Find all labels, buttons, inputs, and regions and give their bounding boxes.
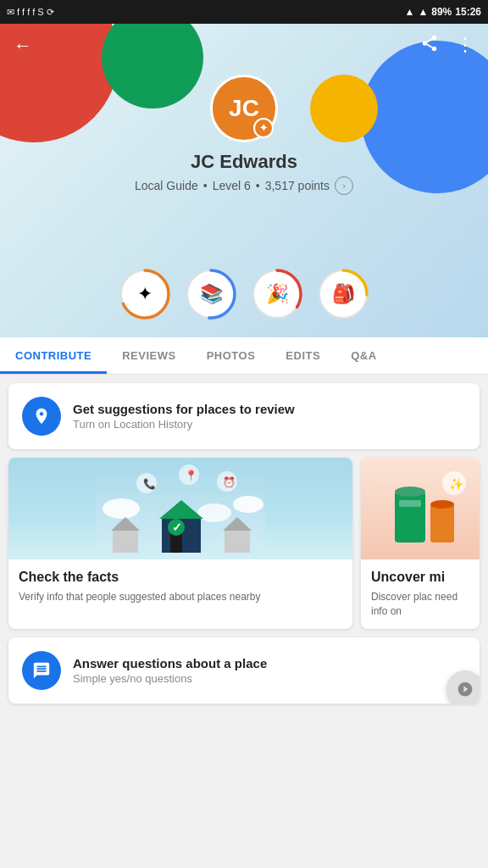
feature-cards-row: 📞 📍 ⏰ <box>8 458 480 629</box>
more-button[interactable]: ⋮ <box>456 34 474 58</box>
check-facts-card[interactable]: 📞 📍 ⏰ <box>8 458 352 629</box>
points-label: 3,517 points <box>265 179 330 192</box>
profile-subtitle: Local Guide • Level 6 • 3,517 points › <box>135 176 353 195</box>
uncover-illustration: ✨ <box>361 458 480 559</box>
uncover-title: Uncover mi <box>371 570 469 585</box>
wifi-icon: ▲ <box>404 6 414 18</box>
badge-star-icon: ✦ <box>137 283 152 305</box>
fb-icon1: f <box>17 7 19 17</box>
fb-icon2: f <box>22 7 25 17</box>
svg-point-2 <box>432 47 437 51</box>
check-facts-desc: Verify info that people suggested about … <box>19 590 342 604</box>
tabs-bar: CONTRIBUTE REVIEWS PHOTOS EDITS Q&A <box>0 337 488 375</box>
points-arrow[interactable]: › <box>335 176 353 195</box>
badge-star[interactable]: ✦ <box>119 268 171 320</box>
badge-cone-icon: 🎉 <box>266 283 289 305</box>
profile-header: ← ⋮ JC ✦ JC Edwards Local Guide • Level … <box>0 24 488 337</box>
svg-rect-38 <box>399 500 421 507</box>
location-title: Get suggestions for places to review <box>73 402 295 416</box>
skype-icon: S <box>37 7 43 17</box>
tab-photos[interactable]: PHOTOS <box>191 337 271 374</box>
uncover-desc: Discover plac need info on <box>371 590 469 619</box>
fb-icon4: f <box>32 7 35 17</box>
answer-card-inner: Answer questions about a place Simple ye… <box>8 637 480 704</box>
badge-bag[interactable]: 🎒 <box>317 268 369 320</box>
facts-illustration: 📞 📍 ⏰ <box>8 458 352 559</box>
uncover-image: ✨ <box>361 458 480 559</box>
badges-row: ✦ 📚 🎉 🎒 <box>119 268 369 320</box>
content-area: Get suggestions for places to review Tur… <box>0 375 488 721</box>
badge-cone[interactable]: 🎉 <box>251 268 303 320</box>
svg-text:✓: ✓ <box>172 520 182 534</box>
fab-button[interactable] <box>446 670 480 704</box>
status-bar: ✉ f f f f S ⟳ ▲ ▲ 89% 15:26 <box>0 0 488 24</box>
svg-rect-36 <box>430 504 454 542</box>
share-button[interactable] <box>420 34 439 58</box>
badge-bag-icon: 🎒 <box>332 283 355 305</box>
svg-rect-28 <box>113 529 138 553</box>
svg-rect-33 <box>395 492 425 542</box>
svg-text:📍: 📍 <box>185 469 197 481</box>
svg-point-22 <box>197 504 231 522</box>
location-text: Get suggestions for places to review Tur… <box>73 402 295 431</box>
level-label: Level 6 <box>213 179 251 192</box>
separator1: • <box>203 179 208 192</box>
clock: 15:26 <box>455 6 481 18</box>
svg-text:⏰: ⏰ <box>223 476 236 488</box>
svg-text:✨: ✨ <box>449 477 464 492</box>
answer-subtitle: Simple yes/no questions <box>73 672 267 685</box>
back-button[interactable]: ← <box>14 35 32 57</box>
profile-info: JC ✦ JC Edwards Local Guide • Level 6 • … <box>135 75 353 195</box>
svg-line-3 <box>427 44 432 47</box>
location-icon <box>22 397 61 436</box>
fb-icon3: f <box>27 7 30 17</box>
svg-line-4 <box>427 39 432 42</box>
uncover-card[interactable]: ✨ Uncover mi Discover plac need info on <box>361 458 480 629</box>
tab-reviews[interactable]: REVIEWS <box>107 337 191 374</box>
badge-books-icon: 📚 <box>200 283 223 305</box>
answer-questions-card[interactable]: Answer questions about a place Simple ye… <box>8 637 480 704</box>
status-indicators: ▲ ▲ 89% 15:26 <box>404 6 481 18</box>
tab-edits[interactable]: EDITS <box>270 337 336 374</box>
check-facts-title: Check the facts <box>19 570 342 585</box>
answer-text: Answer questions about a place Simple ye… <box>73 656 267 685</box>
nav-actions: ⋮ <box>420 34 474 58</box>
svg-point-37 <box>430 500 454 509</box>
svg-point-1 <box>423 41 428 46</box>
answer-title: Answer questions about a place <box>73 656 267 670</box>
svg-point-0 <box>432 36 437 41</box>
nav-bar: ← ⋮ <box>0 24 488 68</box>
signal-icon: ▲ <box>418 6 428 18</box>
notification-icons: ✉ f f f f S ⟳ <box>7 7 54 18</box>
msg-icon: ✉ <box>7 7 14 18</box>
svg-point-20 <box>103 498 140 519</box>
profile-name: JC Edwards <box>135 151 353 173</box>
uncover-body: Uncover mi Discover plac need info on <box>361 559 480 629</box>
location-subtitle: Turn on Location History <box>73 418 295 431</box>
tab-qanda[interactable]: Q&A <box>336 337 391 374</box>
location-history-card[interactable]: Get suggestions for places to review Tur… <box>8 383 480 449</box>
badge-books[interactable]: 📚 <box>185 268 237 320</box>
location-card-inner: Get suggestions for places to review Tur… <box>8 383 480 449</box>
avatar: JC ✦ <box>210 75 278 142</box>
guide-label: Local Guide <box>135 179 198 192</box>
tab-contribute[interactable]: CONTRIBUTE <box>0 337 107 374</box>
svg-point-35 <box>395 487 425 497</box>
svg-point-21 <box>233 496 263 513</box>
battery-level: 89% <box>431 6 452 18</box>
local-guide-badge: ✦ <box>253 118 274 138</box>
chat-icon <box>22 651 61 690</box>
svg-rect-30 <box>225 529 250 553</box>
check-facts-body: Check the facts Verify info that people … <box>8 559 352 615</box>
refresh-icon: ⟳ <box>47 7 54 18</box>
svg-text:📞: 📞 <box>143 477 156 490</box>
check-facts-image: 📞 📍 ⏰ <box>8 458 352 559</box>
separator2: • <box>256 179 260 192</box>
